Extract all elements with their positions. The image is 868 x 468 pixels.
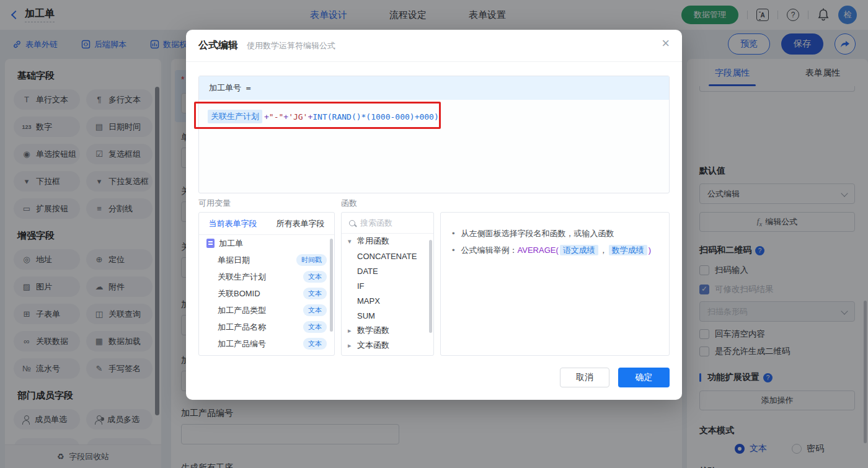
variable-item[interactable]: 加工产品编号文本 [199,335,334,352]
function-group[interactable]: ▸数学函数 [342,323,433,338]
function-item[interactable]: SUM [342,308,433,323]
variable-name: 加工产品编号 [218,338,303,350]
variable-name: 关联BOMID [218,288,303,299]
variable-name: 加工产品类型 [218,305,303,316]
functions-panel: 搜索函数 ▾常用函数CONCATENATEDATEIFMAPXSUM▸数学函数▸… [341,212,434,356]
functions-scrollbar[interactable] [429,240,432,333]
function-item[interactable]: MAPX [342,293,433,308]
close-icon[interactable]: × [662,37,670,50]
caret-right-icon: ▸ [348,342,354,350]
variables-form-node[interactable]: 加工单 [199,235,334,252]
help-example-chip: 语文成绩 [560,245,598,255]
variable-item[interactable]: 关联生产计划文本 [199,268,334,285]
formula-token: INT(RAND()*(1000-000)+000) [312,112,439,121]
variable-type-badge: 文本 [303,288,327,299]
tab-all-form-fields[interactable]: 所有表单字段 [267,213,334,234]
screen: 加工单 表单设计 流程设定 表单设置 数据管理 A ? 检 表单外链 [0,0,868,468]
function-item[interactable]: DATE [342,263,433,278]
function-group-label: 数学函数 [357,325,389,336]
form-node-label: 加工单 [219,238,243,249]
caret-down-icon: ▾ [348,237,354,245]
variable-item[interactable]: 单据日期时间戳 [199,252,334,268]
function-group[interactable]: ▾常用函数 [342,234,433,249]
formula-token: + [283,112,288,121]
function-group-label: 文本函数 [357,340,389,351]
variable-type-badge: 文本 [303,304,327,316]
formula-target: 加工单号 = [199,76,669,100]
function-item[interactable]: IF [342,278,433,293]
variable-item[interactable]: 关联BOMID文本 [199,285,334,302]
formula-tokens: +"-"+'JG'+INT(RAND()*(1000-000)+000) [264,112,439,121]
function-group-label: 常用函数 [357,236,389,247]
variable-name: 关联生产计划 [218,272,303,283]
formula-editor[interactable]: 加工单号 = 关联生产计划 +"-"+'JG'+INT(RAND()*(1000… [198,76,670,193]
variables-tabs: 当前表单字段 所有表单字段 [199,213,334,235]
help-example-fn: AVERAGE( [518,245,559,255]
variable-type-badge: 文本 [303,271,327,283]
variable-item[interactable]: 加工产品名称文本 [199,319,334,335]
variable-type-badge: 文本 [303,338,327,350]
variables-scrollbar[interactable] [330,239,333,332]
help-example-prefix: 公式编辑举例： [461,245,518,255]
variables-list: 单据日期时间戳关联生产计划文本关联BOMID文本加工产品类型文本加工产品名称文本… [199,252,334,352]
functions-label: 函数 [341,198,357,209]
variable-item[interactable]: 加工产品类型文本 [199,302,334,319]
functions-list: ▾常用函数CONCATENATEDATEIFMAPXSUM▸数学函数▸文本函数 [342,234,433,353]
help-example-comma: ， [600,245,608,255]
modal-title: 公式编辑 [198,39,238,52]
modal-footer: 取消 确定 [560,368,670,387]
formula-edit-modal: 公式编辑 使用数学运算符编辑公式 × 加工单号 = 关联生产计划 +"-"+'J… [186,30,682,400]
formula-help-panel: 从左侧面板选择字段名和函数，或输入函数 公式编辑举例：AVERAGE(语文成绩，… [440,212,670,356]
search-placeholder: 搜索函数 [360,218,392,229]
variable-type-badge: 时间戳 [296,254,327,266]
function-search-input[interactable]: 搜索函数 [342,213,433,234]
formula-token: 'JG' [288,112,308,121]
formula-token: "-" [269,112,283,121]
modal-header: 公式编辑 使用数学运算符编辑公式 × [186,30,682,62]
function-group[interactable]: ▸文本函数 [342,338,433,353]
formula-variable-chip[interactable]: 关联生产计划 [208,110,262,123]
confirm-button[interactable]: 确定 [618,368,670,387]
tab-current-form-fields[interactable]: 当前表单字段 [199,213,267,234]
cancel-button[interactable]: 取消 [560,368,609,387]
modal-subtitle: 使用数学运算符编辑公式 [247,40,335,51]
variable-name: 单据日期 [218,255,296,266]
form-doc-icon [206,239,215,248]
function-item[interactable]: CONCATENATE [342,249,433,263]
formula-expression[interactable]: 关联生产计划 +"-"+'JG'+INT(RAND()*(1000-000)+0… [208,110,439,123]
search-icon [349,220,355,226]
help-example-close: ) [649,245,651,255]
caret-right-icon: ▸ [348,327,354,335]
help-line-2: 公式编辑举例：AVERAGE(语文成绩，数学成绩) [452,242,658,258]
formula-token: + [264,112,269,121]
help-example-chip: 数学成绩 [609,245,647,255]
variables-label: 可用变量 [198,198,231,209]
variables-panel: 当前表单字段 所有表单字段 加工单 单据日期时间戳关联生产计划文本关联BOMID… [198,212,335,356]
help-line-1: 从左侧面板选择字段名和函数，或输入函数 [452,225,658,242]
variable-name: 加工产品名称 [218,322,303,333]
formula-body[interactable]: 关联生产计划 +"-"+'JG'+INT(RAND()*(1000-000)+0… [199,100,669,193]
variable-type-badge: 文本 [303,321,327,333]
